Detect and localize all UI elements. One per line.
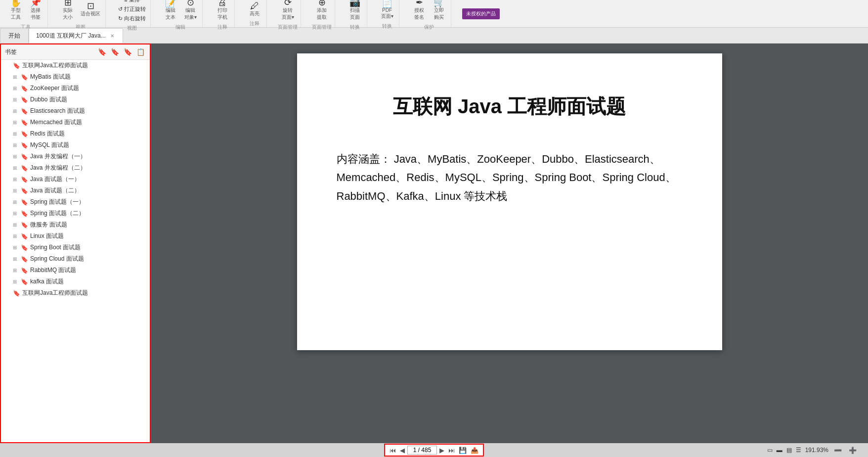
- bookmark-label: Spring Cloud 面试题: [30, 255, 146, 263]
- extract-button[interactable]: ⊕ 添加 提取: [313, 0, 331, 22]
- bookmark-item[interactable]: ⊞🔖Java 并发编程（二）: [1, 162, 150, 174]
- rotate-left-button[interactable]: ↺ 打正旋转: [117, 5, 147, 13]
- bookmark-item[interactable]: ⊞🔖Spring 面试题（一）: [1, 196, 150, 208]
- bookmark-file-icon: 🔖: [21, 165, 28, 172]
- bookmark-item[interactable]: ⊞🔖Linux 面试题: [1, 230, 150, 242]
- bookmark-item[interactable]: ⊞🔖Spring 面试题（二）: [1, 208, 150, 219]
- rearrange-button[interactable]: ≡ 重排: [123, 0, 141, 4]
- scan-button[interactable]: 📷 扫描 页面: [346, 0, 364, 22]
- view-group-label2: 视图: [127, 25, 137, 32]
- object-icon: ⊙: [187, 0, 194, 7]
- bookmark-item[interactable]: ⊞🔖MyBatis 面试题: [1, 71, 150, 83]
- bookmark-file-icon: 🔖: [21, 74, 28, 81]
- page-layout-icon-1[interactable]: ▭: [767, 447, 773, 454]
- bookmark-item[interactable]: ⊞🔖Redis 面试题: [1, 128, 150, 139]
- bookmark-item[interactable]: ⊞🔖Java 面试题（二）: [1, 185, 150, 196]
- fit-view-button[interactable]: ⊡ 适合视区: [79, 0, 102, 18]
- zoom-in-button[interactable]: ➕: [847, 447, 858, 454]
- expand-icon[interactable]: ⊞: [13, 142, 19, 148]
- bookmark-item[interactable]: ⊞🔖kafka 面试题: [1, 276, 150, 287]
- last-page-button[interactable]: ⏭: [447, 447, 456, 454]
- pdf-title: 互联网 Java 工程师面试题: [337, 93, 683, 120]
- expand-icon[interactable]: ⊞: [13, 256, 19, 262]
- edit-text-button[interactable]: 📝 编辑 文本: [162, 0, 179, 22]
- view-size-group: ⊞ 实际 大小 ⊡ 适合视区 视图: [56, 0, 106, 27]
- zoom-out-button[interactable]: ➖: [832, 447, 843, 454]
- bookmark-icon-2[interactable]: 🔖: [109, 46, 120, 57]
- page-layout-icon-3[interactable]: ▤: [786, 447, 792, 454]
- prev-page-button[interactable]: ◀: [398, 447, 406, 454]
- expand-icon[interactable]: ⊞: [13, 211, 19, 216]
- edit-text-group: 📝 编辑 文本 ⊙ 编辑 对象▾ 编辑: [159, 0, 203, 27]
- pdf-pages-button[interactable]: 📄 PDF 页面▾: [378, 0, 396, 21]
- hand-tool-button[interactable]: ✋ 手型 工具: [7, 0, 25, 22]
- pdf-viewer[interactable]: 互联网 Java 工程师面试题 内容涵盖： Java、MyBatis、ZooKe…: [151, 44, 868, 443]
- tab-close-button[interactable]: ✕: [109, 33, 116, 39]
- expand-icon[interactable]: ⊞: [13, 268, 19, 273]
- bookmark-icon-1[interactable]: 🔖: [96, 46, 107, 57]
- unauthorized-badge[interactable]: 未授权的产品: [462, 8, 500, 19]
- bookmark-item[interactable]: ⊞🔖Memcached 面试题: [1, 117, 150, 128]
- page-rotate-group: ⟳ 旋转 页面▾ 页面管理: [275, 0, 301, 27]
- expand-icon[interactable]: ⊞: [13, 97, 19, 102]
- expand-icon[interactable]: ⊞: [13, 279, 19, 284]
- expand-icon[interactable]: ⊞: [13, 108, 19, 114]
- bookmark-icon-4[interactable]: 📋: [135, 46, 146, 57]
- expand-icon[interactable]: ⊞: [13, 188, 19, 193]
- expand-icon[interactable]: ⊞: [13, 199, 19, 205]
- expand-icon[interactable]: ⊞: [13, 74, 19, 80]
- bookmark-label: 互联网Java工程师面试题: [22, 289, 146, 297]
- highlight-button[interactable]: 🖊 高亮: [246, 0, 263, 18]
- bookmark-item[interactable]: ⊞🔖微服务 面试题: [1, 219, 150, 230]
- bookmark-file-icon: 🔖: [21, 267, 28, 274]
- save-page-button[interactable]: 💾: [457, 447, 468, 454]
- buy-button[interactable]: 🛒 立即 购买: [430, 0, 448, 22]
- bookmark-label: 微服务 面试题: [30, 221, 146, 229]
- tab-home[interactable]: 开始: [0, 28, 29, 43]
- extract-group: ⊕ 添加 提取 页面管理: [309, 0, 335, 27]
- bookmark-item[interactable]: ⊞🔖Java 面试题（一）: [1, 174, 150, 185]
- bookmark-item[interactable]: ⊞🔖Java 并发编程（一）: [1, 151, 150, 162]
- protect-group-label: 保护: [424, 24, 434, 31]
- bookmark-item[interactable]: ⊞🔖MySQL 面试题: [1, 139, 150, 151]
- edit-object-button[interactable]: ⊙ 编辑 对象▾: [181, 0, 199, 22]
- bookmark-item[interactable]: ⊞🔖Spring Boot 面试题: [1, 242, 150, 253]
- expand-icon[interactable]: ⊞: [13, 222, 19, 228]
- page-layout-icon-4[interactable]: ☰: [796, 447, 801, 454]
- bookmark-item[interactable]: ⊞🔖Elasticsearch 面试题: [1, 105, 150, 117]
- rotate-right-icon: ↻: [118, 15, 123, 22]
- select-button[interactable]: 📌 选择 书签: [27, 0, 44, 22]
- page-rotate-button[interactable]: ⟳ 旋转 页面▾: [279, 0, 297, 22]
- bookmark-item[interactable]: ⊞🔖ZooKeeper 面试题: [1, 83, 150, 94]
- expand-icon[interactable]: ⊞: [13, 154, 19, 159]
- expand-icon[interactable]: ⊞: [13, 177, 19, 182]
- print-button[interactable]: 🖨 打印 字机: [214, 0, 231, 22]
- auth-button[interactable]: ✒ 授权 签名: [410, 0, 428, 22]
- bookmark-item[interactable]: ⊞🔖Dubbo 面试题: [1, 94, 150, 105]
- next-page-button[interactable]: ▶: [438, 447, 446, 454]
- page-layout-icon-2[interactable]: ▬: [777, 447, 782, 454]
- page-input[interactable]: [407, 446, 437, 455]
- bookmark-icon-3[interactable]: 🔖: [122, 46, 133, 57]
- bookmark-item[interactable]: ⊞🔖Spring Cloud 面试题: [1, 253, 150, 265]
- bookmark-label: ZooKeeper 面试题: [30, 84, 146, 92]
- expand-icon[interactable]: ⊞: [13, 131, 19, 137]
- actual-size-button[interactable]: ⊞ 实际 大小: [59, 0, 77, 22]
- bookmark-label: MySQL 面试题: [30, 141, 146, 149]
- bookmark-item[interactable]: ⊞🔖RabbitMQ 面试题: [1, 265, 150, 276]
- expand-icon[interactable]: ⊞: [13, 233, 19, 239]
- rotate-right-button[interactable]: ↻ 向右旋转: [117, 14, 147, 23]
- expand-icon[interactable]: ⊞: [13, 86, 19, 91]
- tab-document[interactable]: 1000道 互联网大厂 Java... ✕: [29, 28, 123, 43]
- export-page-button[interactable]: 📤: [469, 447, 480, 454]
- bookmark-item[interactable]: 🔖互联网Java工程师面试题: [1, 287, 150, 299]
- text-icon: 📝: [165, 0, 176, 7]
- first-page-button[interactable]: ⏮: [388, 447, 397, 454]
- bookmark-label: RabbitMQ 面试题: [30, 266, 146, 274]
- auth-icon: ✒: [416, 0, 423, 7]
- expand-icon[interactable]: ⊞: [13, 245, 19, 250]
- expand-icon[interactable]: ⊞: [13, 165, 19, 171]
- expand-icon[interactable]: ⊞: [13, 120, 19, 125]
- bookmark-item[interactable]: 🔖互联网Java工程师面试题: [1, 60, 150, 71]
- pdf-page: 互联网 Java 工程师面试题 内容涵盖： Java、MyBatis、ZooKe…: [297, 53, 722, 350]
